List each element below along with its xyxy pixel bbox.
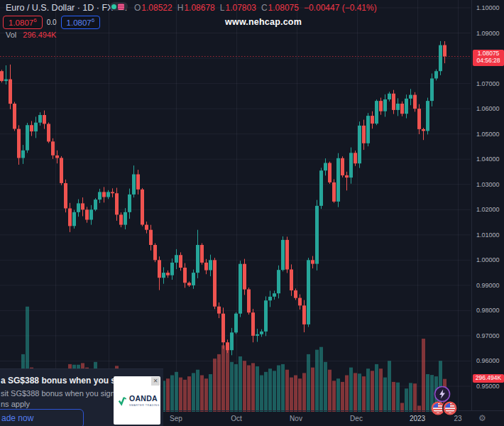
us-flag-pair-icon bbox=[429, 399, 460, 417]
price-tick-label: 1.10000 bbox=[476, 4, 500, 11]
volume-readout: Vol296.494K bbox=[6, 31, 56, 39]
price-tick-label: 1.02000 bbox=[476, 206, 500, 213]
price-tick-label: 1.04000 bbox=[476, 155, 500, 163]
price-tick-label: 1.05000 bbox=[476, 131, 500, 138]
price-tick-label: 1.00000 bbox=[476, 256, 500, 263]
market-open-dot-icon bbox=[111, 4, 116, 9]
ohlc-high: H1.08678 bbox=[177, 3, 215, 13]
chart-window: www.nehcap.com Euro / U.S. Dollar · 1D ·… bbox=[0, 0, 504, 426]
ohlc-readout: O1.08522 H1.08678 L1.07803 C1.08075 −0.0… bbox=[134, 3, 377, 13]
price-tick-label: 1.01000 bbox=[476, 231, 500, 239]
sell-button[interactable]: 1.08076 bbox=[3, 16, 43, 29]
oanda-tagline: SMARTER TRADING bbox=[129, 404, 160, 407]
oanda-wordmark: OANDA bbox=[129, 395, 160, 403]
candlestick-chart-canvas[interactable] bbox=[0, 0, 504, 426]
watermark: www.nehcap.com bbox=[225, 17, 302, 27]
time-tick-label: Nov bbox=[290, 415, 302, 422]
trade-buttons: 1.08076 0.0 1.08076 bbox=[3, 16, 100, 29]
volume-value: 296.494K bbox=[23, 31, 56, 39]
ad-body: sit SG$388 bonus when you sign up. bbox=[1, 389, 128, 398]
buy-button[interactable]: 1.08076 bbox=[61, 16, 101, 29]
time-tick-label: 2023 bbox=[410, 415, 425, 422]
time-tick-label: Sep bbox=[170, 415, 182, 422]
ad-popup[interactable]: a SG$388 bonus when you sign up. sit SG$… bbox=[0, 368, 163, 426]
axis-settings-gear-icon[interactable]: ⚙ bbox=[478, 413, 486, 423]
ohlc-change: −0.00447 (−0.41%) bbox=[304, 3, 377, 13]
price-tick-label: 0.98000 bbox=[476, 307, 500, 314]
bar-countdown: 04:56:28 bbox=[473, 58, 504, 65]
market-status-toggle[interactable] bbox=[110, 2, 128, 11]
oanda-check-icon bbox=[117, 395, 128, 406]
price-tick-label: 0.95000 bbox=[476, 383, 500, 390]
ohlc-low: L1.07803 bbox=[220, 3, 256, 13]
ad-close-button[interactable]: ✕ bbox=[151, 377, 160, 386]
last-price-badge: 1.08075 04:56:28 bbox=[473, 50, 504, 66]
price-tick-label: 0.96000 bbox=[476, 357, 500, 364]
economic-event-flags[interactable] bbox=[429, 399, 460, 420]
price-tick-label: 0.97000 bbox=[476, 332, 500, 339]
price-tick-label: 1.03000 bbox=[476, 181, 500, 188]
last-volume-badge: 296.494K bbox=[473, 374, 504, 383]
price-tick-label: 1.07000 bbox=[476, 80, 500, 87]
time-tick-label: Dec bbox=[350, 415, 363, 422]
ad-cta-button[interactable]: ade now bbox=[0, 409, 84, 426]
price-tick-label: 1.06000 bbox=[476, 105, 500, 112]
ad-brand-card[interactable]: ✕ OANDA SMARTER TRADING bbox=[114, 376, 160, 425]
ohlc-open: O1.08522 bbox=[134, 3, 172, 13]
volume-label: Vol bbox=[6, 31, 16, 39]
spread-value: 0.0 bbox=[47, 18, 57, 26]
list-toggle-icon bbox=[118, 4, 124, 10]
time-tick-label: Oct bbox=[231, 415, 242, 422]
ad-terms: ns apply bbox=[1, 400, 30, 408]
price-tick-label: 0.99000 bbox=[476, 282, 500, 289]
ohlc-close: C1.08075 bbox=[261, 3, 299, 13]
price-tick-label: 1.09000 bbox=[476, 30, 500, 37]
symbol-title[interactable]: Euro / U.S. Dollar · 1D · FXCM bbox=[6, 3, 127, 13]
oanda-logo: OANDA SMARTER TRADING bbox=[117, 395, 160, 407]
